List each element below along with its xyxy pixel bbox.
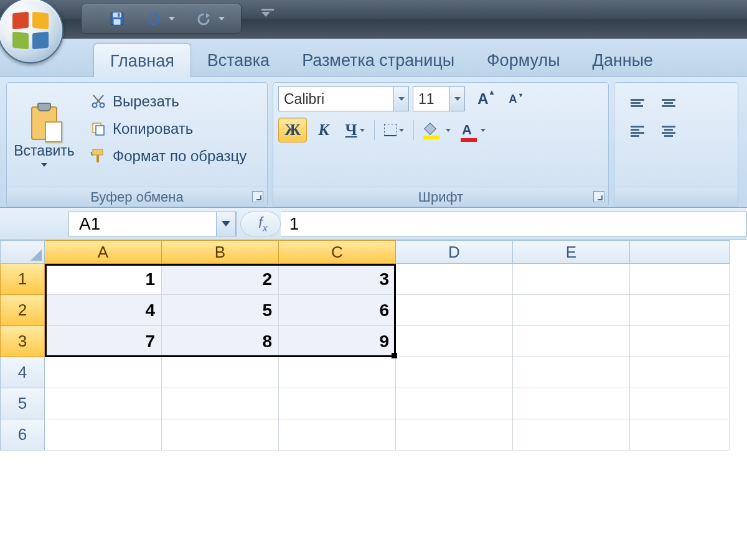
save-icon bbox=[109, 11, 125, 27]
cell-F3[interactable] bbox=[630, 326, 730, 357]
copy-icon bbox=[90, 121, 106, 137]
font-size-combo[interactable]: 11 bbox=[413, 86, 465, 111]
qat-save-button[interactable] bbox=[109, 11, 125, 27]
cell-A2[interactable]: 4 bbox=[45, 295, 162, 326]
cell-E1[interactable] bbox=[513, 264, 630, 295]
cell-A4[interactable] bbox=[45, 357, 162, 388]
tab-insert[interactable]: Вставка bbox=[191, 44, 286, 77]
cell-D1[interactable] bbox=[396, 264, 513, 295]
row-header-5[interactable]: 5 bbox=[0, 388, 45, 419]
cell-F2[interactable] bbox=[630, 295, 730, 326]
cell-C5[interactable] bbox=[279, 388, 396, 419]
name-box[interactable]: A1 bbox=[68, 212, 237, 236]
qat-undo-button[interactable] bbox=[145, 12, 175, 26]
cell-E6[interactable] bbox=[513, 419, 630, 450]
svg-rect-7 bbox=[96, 126, 104, 135]
italic-button[interactable]: К bbox=[309, 118, 338, 142]
cell-F6[interactable] bbox=[630, 419, 730, 450]
cell-E5[interactable] bbox=[513, 388, 630, 419]
align-left-button[interactable] bbox=[623, 119, 652, 144]
cell-E2[interactable] bbox=[513, 295, 630, 326]
fx-icon: fx bbox=[258, 214, 268, 234]
cell-D6[interactable] bbox=[396, 419, 513, 450]
shrink-font-icon: A▾ bbox=[509, 93, 517, 106]
font-color-icon: A bbox=[462, 122, 472, 138]
font-name-combo[interactable]: Calibri bbox=[278, 86, 409, 111]
qat-redo-button[interactable] bbox=[195, 12, 225, 26]
cell-B4[interactable] bbox=[162, 357, 279, 388]
cell-A3[interactable]: 7 bbox=[45, 326, 162, 357]
cell-C1[interactable]: 3 bbox=[279, 264, 396, 295]
cell-B2[interactable]: 5 bbox=[162, 295, 279, 326]
paste-button[interactable]: Вставить bbox=[11, 86, 78, 183]
group-clipboard-label: Буфер обмена bbox=[7, 187, 267, 207]
column-header-E[interactable]: E bbox=[513, 240, 630, 264]
column-header-B[interactable]: B bbox=[162, 240, 279, 264]
column-header-C[interactable]: C bbox=[279, 240, 396, 264]
cell-B6[interactable] bbox=[162, 419, 279, 450]
border-icon bbox=[384, 124, 397, 136]
cut-button[interactable]: Вырезать bbox=[85, 89, 251, 114]
dropdown-icon bbox=[41, 163, 47, 167]
insert-function-button[interactable]: fx bbox=[240, 212, 281, 236]
borders-button[interactable] bbox=[380, 118, 408, 142]
font-launcher-button[interactable] bbox=[593, 191, 604, 202]
group-font-label: Шрифт bbox=[273, 187, 608, 207]
grow-font-button[interactable]: A▴ bbox=[469, 86, 497, 111]
cell-D4[interactable] bbox=[396, 357, 513, 388]
row-header-1[interactable]: 1 bbox=[0, 264, 45, 295]
tab-home[interactable]: Главная bbox=[93, 44, 191, 77]
bold-button[interactable]: Ж bbox=[278, 118, 307, 142]
paste-icon bbox=[29, 103, 60, 140]
cell-C6[interactable] bbox=[279, 419, 396, 450]
copy-button[interactable]: Копировать bbox=[85, 116, 251, 141]
paste-label: Вставить bbox=[14, 142, 75, 159]
shrink-font-button[interactable]: A▾ bbox=[499, 86, 527, 111]
select-all-corner[interactable] bbox=[0, 240, 45, 264]
column-header-F[interactable] bbox=[630, 240, 730, 264]
cell-F1[interactable] bbox=[630, 264, 730, 295]
cell-F4[interactable] bbox=[630, 357, 730, 388]
cell-A6[interactable] bbox=[45, 419, 162, 450]
formula-input[interactable]: 1 bbox=[281, 212, 747, 236]
tab-data[interactable]: Данные bbox=[576, 44, 670, 77]
column-header-A[interactable]: A bbox=[45, 240, 162, 264]
row-header-3[interactable]: 3 bbox=[0, 326, 45, 357]
cell-A1[interactable]: 1 bbox=[45, 264, 162, 295]
cell-A5[interactable] bbox=[45, 388, 162, 419]
cell-F5[interactable] bbox=[630, 388, 730, 419]
name-box-dropdown[interactable] bbox=[216, 212, 236, 236]
cell-D2[interactable] bbox=[396, 295, 513, 326]
align-top-button[interactable] bbox=[623, 90, 652, 115]
row-header-2[interactable]: 2 bbox=[0, 295, 45, 326]
fill-color-button[interactable] bbox=[419, 118, 455, 142]
align-middle-button[interactable] bbox=[654, 90, 683, 115]
cell-B5[interactable] bbox=[162, 388, 279, 419]
underline-button[interactable]: Ч bbox=[341, 118, 369, 142]
format-painter-button[interactable]: Формат по образцу bbox=[85, 144, 251, 169]
align-center-button[interactable] bbox=[654, 119, 683, 144]
dropdown-icon bbox=[360, 129, 365, 132]
tab-page-layout[interactable]: Разметка страницы bbox=[286, 44, 471, 77]
title-bar bbox=[0, 0, 747, 39]
row-header-6[interactable]: 6 bbox=[0, 419, 45, 450]
cell-D5[interactable] bbox=[396, 388, 513, 419]
cell-E3[interactable] bbox=[513, 326, 630, 357]
cell-E4[interactable] bbox=[513, 357, 630, 388]
cell-B3[interactable]: 8 bbox=[162, 326, 279, 357]
cell-C4[interactable] bbox=[279, 357, 396, 388]
column-header-D[interactable]: D bbox=[396, 240, 513, 264]
qat-customize-button[interactable] bbox=[261, 9, 274, 17]
row-header-4[interactable]: 4 bbox=[0, 357, 45, 388]
cell-B1[interactable]: 2 bbox=[162, 264, 279, 295]
tab-formulas[interactable]: Формулы bbox=[471, 44, 576, 77]
cell-C2[interactable]: 6 bbox=[279, 295, 396, 326]
ribbon: Вставить Вырезать Копировать bbox=[0, 77, 747, 208]
font-color-button[interactable]: A bbox=[458, 118, 490, 142]
cell-C3[interactable]: 9 bbox=[279, 326, 396, 357]
clipboard-launcher-button[interactable] bbox=[252, 191, 263, 202]
cell-D3[interactable] bbox=[396, 326, 513, 357]
copy-label: Копировать bbox=[113, 120, 193, 138]
align-top-icon bbox=[631, 98, 644, 108]
cut-label: Вырезать bbox=[113, 93, 179, 110]
